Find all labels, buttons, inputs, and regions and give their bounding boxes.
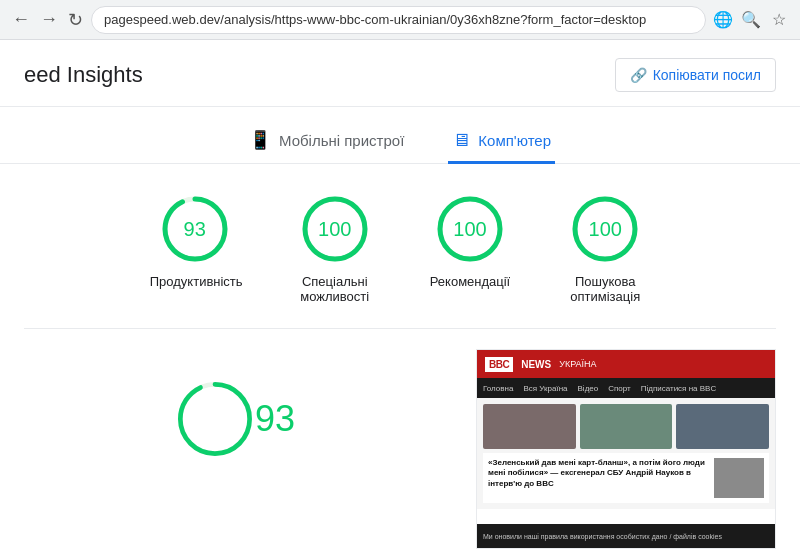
bbc-nav-item: Вся Україна (523, 384, 567, 393)
main-score-value: 93 (255, 398, 295, 440)
score-accessibility: 100 Спеціальні можливості (290, 194, 380, 304)
tab-bar: 📱 Мобільні пристрої 🖥 Комп'ютер (0, 107, 800, 164)
score-bestpractices-value: 100 (453, 218, 486, 241)
score-seo: 100 Пошукова оптимізація (560, 194, 650, 304)
score-seo-label: Пошукова оптимізація (560, 274, 650, 304)
bbc-img-2 (580, 404, 673, 449)
right-panel: BBC NEWS УКРАЇНА Головна Вся Україна Від… (476, 349, 776, 552)
score-performance-circle: 93 (160, 194, 230, 264)
copy-link-label: Копіювати посил (653, 67, 761, 83)
bbc-logo: BBC (485, 357, 513, 372)
score-bestpractices: 100 Рекомендації (430, 194, 511, 304)
browser-nav-icons: ← → ↻ (12, 9, 83, 31)
main-score-circle: 93 (175, 359, 295, 479)
main-area: 93 Значення є приблизними і можуть зміню… (0, 329, 800, 552)
score-performance-value: 93 (184, 218, 206, 241)
score-accessibility-value: 100 (318, 218, 351, 241)
score-seo-circle: 100 (570, 194, 640, 264)
bbc-preview: BBC NEWS УКРАЇНА Головна Вся Україна Від… (476, 349, 776, 549)
bookmark-icon[interactable]: ☆ (770, 11, 788, 29)
bbc-header: BBC NEWS УКРАЇНА (477, 350, 775, 378)
bbc-nav-item: Спорт (608, 384, 631, 393)
score-performance-label: Продуктивність (150, 274, 240, 289)
bbc-nav-item: Головна (483, 384, 513, 393)
bbc-article-title: «Зеленський дав мені карт-бланш», а поті… (488, 458, 710, 489)
url-bar[interactable]: pagespeed.web.dev/analysis/https-www-bbc… (91, 6, 706, 34)
link-icon: 🔗 (630, 67, 647, 83)
score-seo-value: 100 (589, 218, 622, 241)
svg-point-9 (180, 384, 249, 453)
score-accessibility-label: Спеціальні можливості (290, 274, 380, 304)
browser-action-icons: 🌐 🔍 ☆ (714, 11, 788, 29)
bbc-article-img (714, 458, 764, 498)
score-bestpractices-circle: 100 (435, 194, 505, 264)
search-icon[interactable]: 🔍 (742, 11, 760, 29)
mobile-icon: 📱 (249, 129, 271, 151)
tab-mobile[interactable]: 📱 Мобільні пристрої (245, 119, 408, 164)
left-panel: 93 Значення є приблизними і можуть зміню… (24, 349, 446, 552)
desktop-icon: 🖥 (452, 130, 470, 151)
copy-link-button[interactable]: 🔗 Копіювати посил (615, 58, 776, 92)
bbc-ukraine-label: УКРАЇНА (559, 359, 596, 369)
bbc-article: «Зеленський дав мені карт-бланш», а поті… (483, 453, 769, 503)
page-header: eed Insights 🔗 Копіювати посил (0, 40, 800, 107)
bbc-cookie-bar: Ми оновили наші правила використання осо… (477, 524, 775, 548)
score-performance: 93 Продуктивність (150, 194, 240, 304)
page-content: eed Insights 🔗 Копіювати посил 📱 Мобільн… (0, 40, 800, 552)
score-bestpractices-label: Рекомендації (430, 274, 511, 289)
bbc-img-1 (483, 404, 576, 449)
bbc-img-3 (676, 404, 769, 449)
bbc-nav-item: Відео (578, 384, 599, 393)
url-text: pagespeed.web.dev/analysis/https-www-bbc… (104, 12, 646, 27)
scores-section: 93 Продуктивність 100 Спеціальні можливо… (0, 164, 800, 328)
browser-chrome: ← → ↻ pagespeed.web.dev/analysis/https-w… (0, 0, 800, 40)
tab-desktop[interactable]: 🖥 Комп'ютер (448, 119, 555, 164)
tab-desktop-label: Комп'ютер (478, 132, 551, 149)
bbc-nav-item: Підписатися на BBC (641, 384, 717, 393)
score-accessibility-circle: 100 (300, 194, 370, 264)
tab-mobile-label: Мобільні пристрої (279, 132, 404, 149)
translate-icon[interactable]: 🌐 (714, 11, 732, 29)
bbc-nav: Головна Вся Україна Відео Спорт Підписат… (477, 378, 775, 398)
bbc-footer-text: Ми оновили наші правила використання осо… (483, 533, 722, 540)
bbc-news-label: NEWS (521, 359, 551, 370)
page-title: eed Insights (24, 62, 143, 88)
